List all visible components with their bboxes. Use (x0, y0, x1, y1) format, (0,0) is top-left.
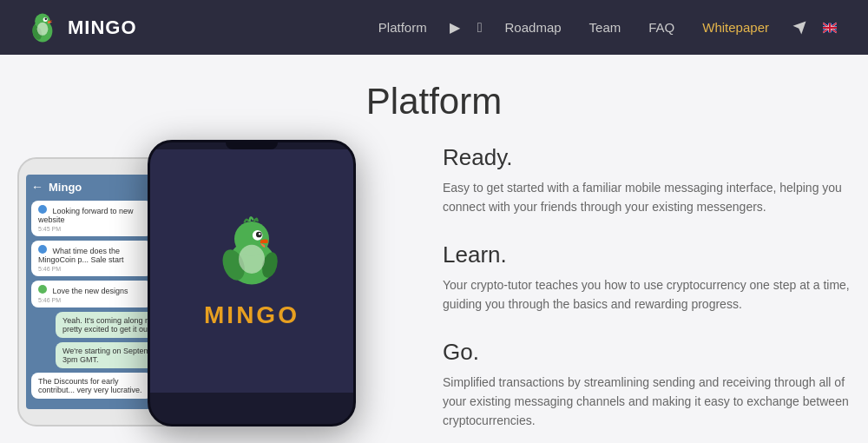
svg-point-16 (239, 245, 265, 274)
apple-icon[interactable]:  (470, 13, 490, 43)
feature-go: Go. Simplified transactions by streamlin… (443, 339, 851, 431)
telegram-icon[interactable] (785, 13, 814, 43)
platform-title-section: Platform (0, 55, 868, 140)
nav-roadmap[interactable]: Roadmap (493, 13, 574, 42)
chat-message-3: Love the new designs 5:46 PM (31, 281, 153, 307)
nav-team[interactable]: Team (577, 13, 634, 42)
feature-learn-title: Learn. (443, 241, 851, 268)
svg-point-7 (37, 22, 49, 35)
platform-body: ← Mingo Looking forward to new website 5… (0, 140, 868, 443)
feature-go-desc: Simplified transactions by streamlining … (443, 373, 851, 431)
svg-point-15 (259, 233, 261, 235)
mingo-parrot-icon (208, 213, 295, 291)
brand: MINGO (26, 11, 137, 44)
play-icon[interactable]: ▶ (443, 12, 467, 43)
chat-icon-1 (38, 205, 47, 214)
svg-point-4 (45, 17, 48, 20)
nav-whitepaper[interactable]: Whitepaper (690, 13, 781, 42)
nav-links: Platform ▶  Roadmap Team FAQ Whitepaper (366, 12, 842, 43)
chat-time-1: 5:45 PM (38, 226, 146, 232)
phones-container: ← Mingo Looking forward to new website 5… (9, 140, 408, 435)
feature-ready: Ready. Easy to get started with a famili… (443, 144, 851, 217)
language-flag-icon[interactable] (818, 19, 842, 36)
feature-go-title: Go. (443, 339, 851, 366)
platform-features: Ready. Easy to get started with a famili… (443, 140, 851, 443)
chat-icon-3 (38, 285, 47, 294)
chat-message-1: Looking forward to new website 5:45 PM (31, 201, 153, 236)
feature-learn: Learn. Your crypto-tutor teaches you how… (443, 241, 851, 314)
nav-faq[interactable]: FAQ (636, 13, 687, 42)
platform-title: Platform (0, 81, 868, 122)
chat-message-6: The Discounts for early contribut... ver… (31, 373, 153, 399)
chat-time-2: 5:46 PM (38, 266, 146, 272)
chat-icon-2 (38, 245, 47, 254)
phone-front: MINGO (148, 140, 356, 426)
phone-notch (226, 142, 278, 149)
feature-ready-desc: Easy to get started with a familiar mobi… (443, 178, 851, 217)
brand-logo-icon (26, 11, 59, 44)
chat-message-2: What time does the MingoCoin p... Sale s… (31, 241, 153, 276)
phone-front-screen: MINGO (150, 149, 353, 393)
back-arrow-icon: ← (31, 180, 43, 194)
feature-ready-title: Ready. (443, 144, 851, 171)
navbar: MINGO Platform ▶  Roadmap Team FAQ Whit… (0, 0, 868, 55)
chat-title: Mingo (49, 181, 82, 194)
brand-name: MINGO (68, 17, 137, 39)
main-content: Platform ← Mingo Looking forward to new … (0, 55, 868, 443)
nav-platform[interactable]: Platform (366, 13, 439, 42)
chat-time-3: 5:46 PM (38, 297, 146, 303)
feature-learn-desc: Your crypto-tutor teaches you how to use… (443, 275, 851, 314)
mingo-logo-text: MINGO (204, 301, 299, 329)
